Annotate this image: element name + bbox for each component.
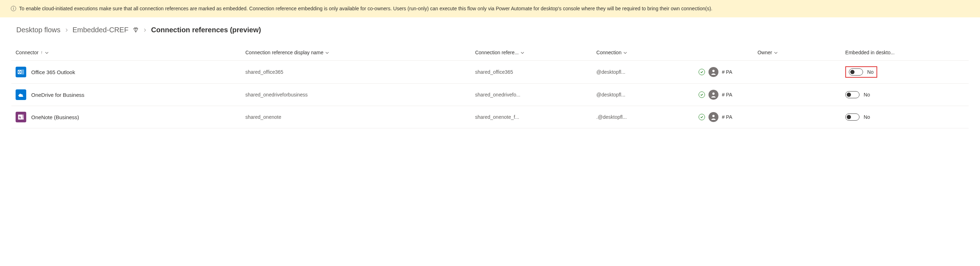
embedded-toggle[interactable] <box>845 113 859 121</box>
svg-rect-11 <box>22 118 24 119</box>
owner-name: # PA <box>722 114 732 120</box>
chevron-down-icon <box>774 51 778 55</box>
chevron-down-icon <box>325 51 329 55</box>
connector-icon <box>16 67 26 77</box>
connection-cell: .@desktopfl... <box>592 106 694 128</box>
connection-cell: @desktopfl... <box>592 61 694 84</box>
connector-name[interactable]: OneNote (Business) <box>31 114 79 120</box>
connection-cell: @desktopfl... <box>592 84 694 106</box>
owner-name: # PA <box>722 69 732 75</box>
breadcrumb-root[interactable]: Desktop flows <box>16 26 60 34</box>
toggle-label: No <box>867 69 874 75</box>
display-name-cell: shared_onedriveforbusiness <box>241 84 471 106</box>
table-container: Connector ↑ Connection reference display… <box>0 40 980 128</box>
banner-text: To enable cloud-initiated executions mak… <box>19 6 713 11</box>
table-row: OneDrive for Businessshared_onedriveforb… <box>11 84 969 106</box>
status-ok-icon <box>698 91 705 98</box>
chevron-down-icon <box>521 51 524 55</box>
display-name-cell: shared_onenote <box>241 106 471 128</box>
svg-text:N: N <box>19 116 21 119</box>
table-row: Office 365 Outlookshared_office365shared… <box>11 61 969 84</box>
info-icon <box>11 6 16 11</box>
column-header-embedded[interactable]: Embedded in deskto... <box>841 45 969 61</box>
chevron-right-icon <box>65 27 68 33</box>
connector-name[interactable]: Office 365 Outlook <box>31 69 75 75</box>
chevron-down-icon <box>624 51 627 55</box>
connector-name[interactable]: OneDrive for Business <box>31 92 84 98</box>
column-header-connection[interactable]: Connection <box>592 45 694 61</box>
column-header-reference[interactable]: Connection refere... <box>471 45 592 61</box>
reference-cell: shared_onenote_f... <box>471 106 592 128</box>
embedded-toggle[interactable] <box>845 91 859 98</box>
embedded-toggle[interactable] <box>849 68 863 76</box>
sort-ascending-icon: ↑ <box>41 50 43 55</box>
table-row: NOneNote (Business)shared_onenoteshared_… <box>11 106 969 128</box>
toggle-label: No <box>864 92 870 97</box>
status-ok-icon <box>698 114 705 120</box>
column-header-connector[interactable]: Connector ↑ <box>11 45 241 61</box>
svg-point-13 <box>712 115 714 117</box>
svg-point-1 <box>13 7 14 8</box>
breadcrumb-flow[interactable]: Embedded-CREF <box>73 26 129 34</box>
column-header-display-name[interactable]: Connection reference display name <box>241 45 471 61</box>
reference-cell: shared_onedrivefo... <box>471 84 592 106</box>
svg-rect-4 <box>21 70 24 75</box>
breadcrumb-current: Connection references (preview) <box>151 26 261 34</box>
svg-rect-10 <box>22 116 24 118</box>
chevron-right-icon <box>143 27 147 33</box>
highlight-box: No <box>845 66 877 78</box>
svg-point-6 <box>712 70 714 72</box>
premium-diamond-icon <box>132 27 139 33</box>
display-name-cell: shared_office365 <box>241 61 471 84</box>
svg-rect-9 <box>22 115 24 116</box>
connector-icon <box>16 89 26 100</box>
owner-name: # PA <box>722 92 732 97</box>
avatar <box>708 67 718 77</box>
status-ok-icon <box>698 69 705 75</box>
breadcrumb: Desktop flows Embedded-CREF Connection r… <box>0 18 980 40</box>
column-header-owner[interactable]: Owner <box>694 45 841 61</box>
toggle-label: No <box>864 114 870 120</box>
reference-cell: shared_office365 <box>471 61 592 84</box>
svg-point-7 <box>712 92 714 95</box>
avatar <box>708 90 718 100</box>
svg-rect-2 <box>13 8 13 10</box>
chevron-down-icon <box>45 51 49 55</box>
avatar <box>708 112 718 122</box>
connector-icon: N <box>16 112 26 123</box>
info-banner: To enable cloud-initiated executions mak… <box>0 0 980 18</box>
connection-references-table: Connector ↑ Connection reference display… <box>11 45 969 128</box>
